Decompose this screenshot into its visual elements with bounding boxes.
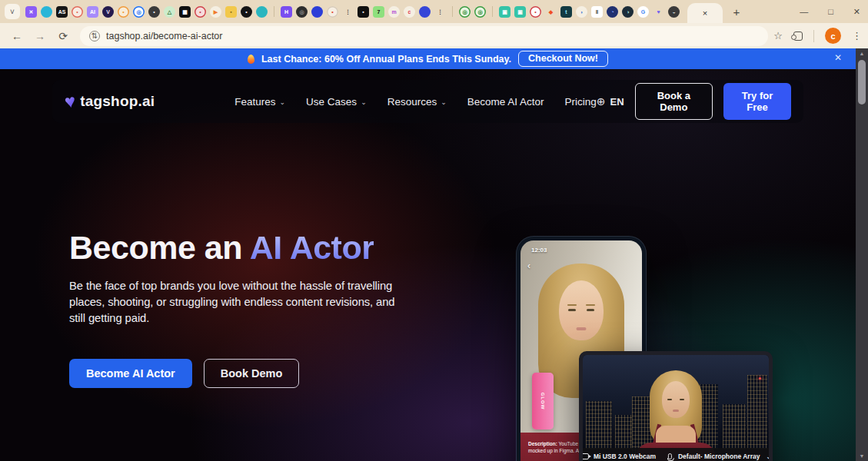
url-text[interactable]: tagshop.ai/become-ai-actor [106, 31, 222, 41]
back-button[interactable]: ← [8, 30, 26, 42]
globe-icon: ⊕ [597, 95, 606, 108]
pinned-tab[interactable]: ◑ [622, 6, 634, 18]
pinned-tab[interactable]: ✕ [25, 6, 37, 18]
page-scrollbar[interactable]: ▲ ▼ [856, 48, 868, 461]
nav-menu: Features⌄Use Cases⌄Resources⌄Become AI A… [234, 96, 597, 108]
pinned-tabs: ✕AS•AIV•◎•△▦•▶▪•H◎•⋮▪7mc⋮◎◎▣▣•◆t◗‖◔◑G♥◒ [25, 6, 680, 18]
browser-menu-icon[interactable]: ⋮ [852, 30, 862, 41]
reload-button[interactable]: ⟳ [54, 30, 72, 42]
pinned-tab[interactable]: ◔ [607, 6, 618, 18]
try-for-free-button[interactable]: Try for Free [723, 83, 791, 120]
pinned-tab[interactable]: ⋮ [342, 6, 354, 18]
pinned-tab[interactable]: V [102, 6, 114, 18]
product-label: GLOW [540, 393, 545, 410]
pinned-tab[interactable]: • [195, 6, 206, 18]
pinned-tab[interactable]: 7 [373, 6, 384, 18]
pinned-tab[interactable]: AI [87, 6, 98, 18]
flame-icon [248, 54, 255, 63]
chevron-down-icon: ⌄ [361, 98, 367, 106]
pinned-tab[interactable] [41, 6, 52, 18]
language-selector[interactable]: ⊕ EN [597, 95, 624, 108]
pinned-tab[interactable]: ♥ [653, 6, 664, 18]
extensions-icon[interactable] [793, 32, 803, 41]
pinned-tab[interactable] [311, 6, 323, 18]
pinned-tab[interactable]: • [530, 6, 541, 18]
nav-actions: ⊕ EN Book a Demo Try for Free [597, 83, 791, 120]
profile-avatar[interactable]: c [825, 28, 841, 44]
bookmark-star-icon[interactable]: ☆ [773, 30, 783, 41]
webcam-preview: Mi USB 2.0 Webcam Default- Microphone Ar… [579, 351, 773, 461]
chevron-down-icon: ˅ [10, 8, 15, 16]
camera-select[interactable]: Mi USB 2.0 Webcam [580, 453, 656, 460]
pinned-tab[interactable]: ⋮ [434, 6, 446, 18]
tab-separator [274, 6, 274, 17]
pinned-tab[interactable]: ◎ [474, 6, 486, 18]
window-controls: — □ ✕ [800, 0, 860, 23]
pinned-tab[interactable]: • [148, 6, 160, 18]
nav-item-features[interactable]: Features⌄ [234, 96, 285, 108]
nav-item-pricing[interactable]: Pricing [565, 96, 597, 108]
minimize-button[interactable]: — [800, 7, 808, 16]
forward-button[interactable]: → [31, 30, 49, 42]
site-info-icon[interactable]: ⇅ [89, 31, 100, 41]
pinned-tab[interactable]: • [72, 6, 83, 18]
new-tab-button[interactable]: + [727, 2, 746, 21]
pinned-tab[interactable]: ◆ [545, 6, 557, 18]
pinned-tab[interactable]: • [327, 6, 338, 18]
webcam-woman-chest [656, 426, 696, 444]
pinned-tab[interactable]: ▣ [514, 6, 526, 18]
active-tab[interactable]: × [687, 3, 723, 23]
pinned-tab[interactable]: ◎ [133, 6, 145, 18]
microphone-select[interactable]: Default- Microphone Array ⌄ [668, 453, 771, 460]
pinned-tab[interactable]: t [560, 6, 572, 18]
pinned-tab[interactable] [419, 6, 431, 18]
pinned-tab[interactable]: • [241, 6, 252, 18]
tab-separator [452, 6, 453, 17]
back-chevron-icon[interactable]: ‹ [527, 260, 530, 271]
pinned-tab[interactable]: ▪ [225, 6, 237, 18]
pinned-tab[interactable]: • [118, 6, 129, 18]
woman-face [559, 280, 604, 340]
scroll-up-icon[interactable]: ▲ [856, 51, 868, 56]
pinned-tab[interactable]: ▶ [210, 6, 221, 18]
nav-item-use-cases[interactable]: Use Cases⌄ [306, 96, 367, 108]
pinned-tab[interactable]: H [281, 6, 292, 18]
pinned-tab[interactable] [256, 6, 268, 18]
nav-item-resources[interactable]: Resources⌄ [387, 96, 447, 108]
checkout-now-button[interactable]: Checkout Now! [518, 51, 608, 67]
scroll-down-icon[interactable]: ▼ [856, 453, 868, 459]
pinned-tab[interactable]: ◗ [576, 6, 587, 18]
pinned-tab[interactable]: AS [56, 6, 68, 18]
pinned-tab[interactable]: G [637, 6, 649, 18]
book-a-demo-button[interactable]: Book a Demo [635, 83, 713, 120]
promo-text: Last Chance: 60% Off Annual Plans Ends T… [261, 54, 511, 65]
tab-strip: ˅ ✕AS•AIV•◎•△▦•▶▪•H◎•⋮▪7mc⋮◎◎▣▣•◆t◗‖◔◑G♥… [0, 0, 868, 23]
become-ai-actor-button[interactable]: Become AI Actor [69, 359, 192, 388]
camera-icon [580, 453, 589, 459]
pinned-tab[interactable]: ▪ [358, 6, 369, 18]
page-content: ♥ tagshop.ai Features⌄Use Cases⌄Resource… [0, 69, 856, 461]
webcam-woman-face [662, 381, 690, 418]
close-tab-icon[interactable]: × [703, 8, 707, 18]
site-header: ♥ tagshop.ai Features⌄Use Cases⌄Resource… [52, 80, 803, 123]
phone-clock: 12:03 [531, 247, 547, 254]
pinned-tab[interactable]: m [388, 6, 400, 18]
pinned-tab[interactable]: c [404, 6, 415, 18]
pinned-tab[interactable]: △ [164, 6, 175, 18]
pinned-tab[interactable]: ◎ [296, 6, 308, 18]
nav-item-become-ai-actor[interactable]: Become AI Actor [467, 96, 544, 108]
tagshop-logo[interactable]: ♥ tagshop.ai [65, 92, 155, 111]
close-window-button[interactable]: ✕ [853, 7, 860, 17]
pinned-tab[interactable]: ▣ [499, 6, 510, 18]
tab-search-button[interactable]: ˅ [5, 4, 20, 19]
pinned-tab[interactable]: ◎ [459, 6, 471, 18]
scrollbar-thumb[interactable] [858, 60, 866, 104]
pinned-tab[interactable]: ‖ [591, 6, 603, 18]
maximize-button[interactable]: □ [828, 7, 833, 16]
banner-close-icon[interactable]: ✕ [834, 52, 842, 63]
book-demo-button[interactable]: Book Demo [204, 359, 300, 388]
product-bottle: GLOW [532, 373, 554, 429]
pinned-tab[interactable]: ▦ [179, 6, 191, 18]
pinned-tab[interactable]: ◒ [668, 6, 680, 18]
address-bar[interactable]: ⇅ tagshop.ai/become-ai-actor [80, 26, 768, 46]
